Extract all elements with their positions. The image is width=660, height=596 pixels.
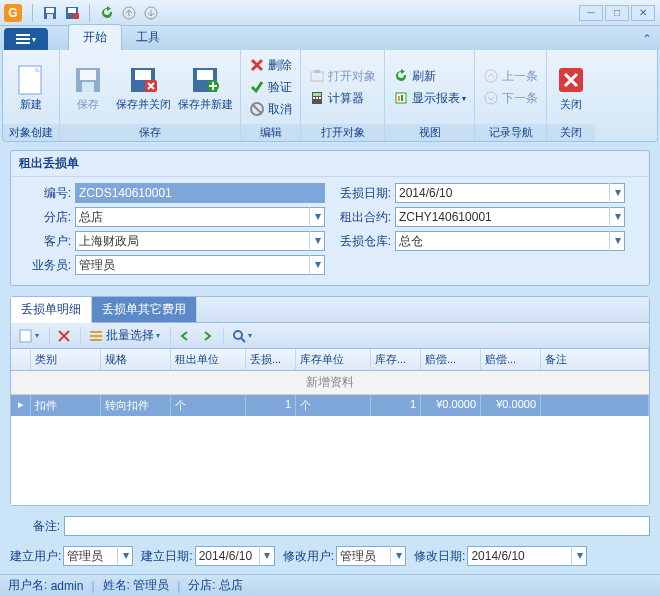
loss-date-label: 丢损日期: [335, 185, 391, 202]
create-date-input[interactable] [195, 546, 275, 566]
create-user-label: 建立用户: [10, 548, 61, 565]
ribbon-tabstrip: ▾ 开始 工具 ⌃ [0, 26, 660, 50]
refresh-button[interactable]: 刷新 [389, 65, 470, 87]
refresh-icon [393, 68, 409, 84]
status-user-label: 用户名: [8, 577, 47, 594]
close-window-button[interactable]: ✕ [631, 5, 655, 21]
svg-rect-22 [311, 72, 323, 81]
minimize-button[interactable]: ─ [579, 5, 603, 21]
grid-batch-button[interactable]: 批量选择▾ [85, 325, 164, 346]
grid-new-button[interactable]: ▾ [15, 327, 43, 345]
grid-next-button[interactable] [197, 328, 217, 344]
check-icon [249, 79, 265, 95]
close-button[interactable]: 关闭 [551, 54, 591, 120]
svg-rect-16 [135, 70, 151, 80]
remark-input[interactable] [64, 516, 650, 536]
operator-input[interactable] [75, 255, 325, 275]
col-qty2[interactable]: 库存... [371, 349, 421, 370]
detail-grid: 类别 规格 租出单位 丢损... 库存单位 库存... 赔偿... 赔偿... … [11, 349, 649, 505]
save-close-icon [127, 64, 159, 96]
status-name-label: 姓名: [103, 577, 130, 594]
cancel-icon [249, 101, 265, 117]
svg-point-33 [485, 92, 497, 104]
col-unit1[interactable]: 租出单位 [171, 349, 246, 370]
maximize-button[interactable]: □ [605, 5, 629, 21]
ribbon-group-open: 打开对象 计算器 打开对象 [301, 50, 385, 141]
svg-rect-19 [197, 70, 213, 80]
app-icon: G [4, 4, 22, 22]
col-unit2[interactable]: 库存单位 [296, 349, 371, 370]
status-name: 管理员 [133, 577, 169, 594]
svg-rect-4 [68, 8, 76, 13]
branch-label: 分店: [21, 209, 71, 226]
number-input[interactable] [75, 183, 325, 203]
col-remark[interactable]: 备注 [541, 349, 649, 370]
svg-rect-14 [82, 82, 94, 92]
ribbon-group-view: 刷新 显示报表▾ 视图 [385, 50, 475, 141]
svg-rect-2 [47, 14, 53, 19]
open-object-button: 打开对象 [305, 65, 380, 87]
modify-date-label: 修改日期: [414, 548, 465, 565]
new-button[interactable]: 新建 [7, 54, 55, 120]
svg-point-32 [485, 70, 497, 82]
qat-refresh-icon[interactable] [98, 4, 116, 22]
number-label: 编号: [21, 185, 71, 202]
save-close-button[interactable]: 保存并关闭 [112, 54, 174, 120]
group-label-nav: 记录导航 [475, 124, 546, 141]
svg-rect-8 [16, 34, 30, 36]
next-record-button: 下一条 [479, 87, 542, 109]
cancel-button[interactable]: 取消 [245, 98, 296, 120]
col-p1[interactable]: 赔偿... [421, 349, 481, 370]
grid-toolbar: ▾ 批量选择▾ ▾ [11, 323, 649, 349]
ribbon-group-nav: 上一条 下一条 记录导航 [475, 50, 547, 141]
modify-user-input[interactable] [336, 546, 406, 566]
customer-label: 客户: [21, 233, 71, 250]
branch-input[interactable] [75, 207, 325, 227]
svg-rect-10 [16, 42, 30, 44]
grid-search-button[interactable]: ▾ [228, 327, 256, 345]
col-qty1[interactable]: 丢损... [246, 349, 296, 370]
col-spec[interactable]: 规格 [101, 349, 171, 370]
col-category[interactable]: 类别 [31, 349, 101, 370]
tab-detail[interactable]: 丢损单明细 [11, 297, 92, 323]
qat-next-icon [142, 4, 160, 22]
qat-save-icon[interactable] [41, 4, 59, 22]
grid-new-row[interactable]: 新增资料 [11, 371, 649, 395]
warehouse-input[interactable] [395, 231, 625, 251]
validate-button[interactable]: 验证 [245, 76, 296, 98]
svg-rect-36 [90, 331, 102, 333]
loss-date-input[interactable] [395, 183, 625, 203]
create-user-input[interactable] [63, 546, 133, 566]
prev-record-button: 上一条 [479, 65, 542, 87]
customer-input[interactable] [75, 231, 325, 251]
ribbon-group-edit: 删除 验证 取消 编辑 [241, 50, 301, 141]
panel-title: 租出丢损单 [11, 151, 649, 177]
grid-delete-button[interactable] [54, 328, 74, 344]
ribbon-group-create: 新建 对象创建 [3, 50, 60, 141]
grid-prev-button[interactable] [175, 328, 195, 344]
tab-start[interactable]: 开始 [68, 24, 122, 50]
table-row[interactable]: ▸ 扣件 转向扣件 个 1 个 1 ¥0.0000 ¥0.0000 [11, 395, 649, 416]
delete-button[interactable]: 删除 [245, 54, 296, 76]
down-arrow-icon [483, 90, 499, 106]
tab-tools[interactable]: 工具 [122, 25, 174, 50]
ribbon-group-save: 保存 保存并关闭 保存并新建 保存 [60, 50, 241, 141]
status-branch-label: 分店: [188, 577, 215, 594]
contract-input[interactable] [395, 207, 625, 227]
save-new-button[interactable]: 保存并新建 [174, 54, 236, 120]
calculator-button[interactable]: 计算器 [305, 87, 380, 109]
modify-date-input[interactable] [467, 546, 587, 566]
col-p2[interactable]: 赔偿... [481, 349, 541, 370]
qat-save-close-icon[interactable] [63, 4, 81, 22]
group-label-save: 保存 [60, 124, 240, 141]
tab-other-fees[interactable]: 丢损单其它费用 [92, 297, 197, 322]
new-icon [15, 64, 47, 96]
svg-point-39 [234, 331, 242, 339]
ribbon-collapse-icon[interactable]: ⌃ [638, 28, 656, 50]
app-menu-button[interactable]: ▾ [4, 28, 48, 50]
status-branch: 总店 [219, 577, 243, 594]
show-report-button[interactable]: 显示报表▾ [389, 87, 470, 109]
group-label-edit: 编辑 [241, 124, 300, 141]
svg-rect-37 [90, 335, 102, 337]
operator-label: 业务员: [21, 257, 71, 274]
